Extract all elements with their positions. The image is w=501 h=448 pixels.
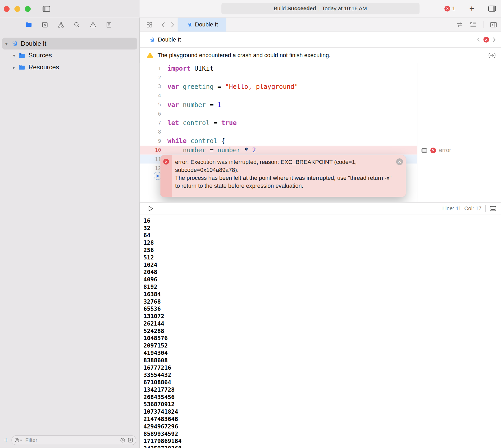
tree-item-resources[interactable]: ▸ Resources xyxy=(2,61,137,73)
add-button[interactable]: + xyxy=(469,4,474,13)
jump-bar[interactable]: Double It ✕ xyxy=(140,32,501,48)
console-value: 2048 xyxy=(143,268,501,276)
console-value: 256 xyxy=(143,246,501,254)
console-value: 536870912 xyxy=(143,401,501,408)
project-tree: ▾ Double It ▾ Sources ▸ xyxy=(0,32,139,73)
code-line[interactable]: 4 xyxy=(140,91,417,100)
console-value: 134217728 xyxy=(143,386,501,393)
tree-item-label: Sources xyxy=(29,52,52,59)
tree-item-label: Double It xyxy=(21,40,47,47)
tab-bar: Double It xyxy=(140,17,501,32)
popup-paragraph: error: Execution was interrupted, reason… xyxy=(175,158,392,174)
console-value: 8192 xyxy=(143,283,501,290)
next-issue-button[interactable] xyxy=(493,37,496,42)
hierarchy-navigator-icon[interactable] xyxy=(57,21,64,28)
tab-overview-icon[interactable] xyxy=(146,21,153,28)
filter-field[interactable] xyxy=(12,435,136,445)
filter-input[interactable] xyxy=(25,437,118,444)
code-line[interactable]: 5var number = 1 xyxy=(140,100,417,109)
code-line[interactable]: 10 number = number * 2 xyxy=(140,145,417,154)
titlebar-sidebar-section xyxy=(0,0,140,17)
swift-icon xyxy=(11,40,18,47)
debug-bar: Line: 11 Col: 17 xyxy=(140,202,501,215)
popup-message: error: Execution was interrupted, reason… xyxy=(172,155,406,197)
console-output[interactable]: 1632641282565121024204840968192163843276… xyxy=(140,215,501,448)
chevron-down-icon[interactable]: ▾ xyxy=(10,53,18,58)
toggle-right-panel-icon[interactable] xyxy=(488,6,496,12)
log-navigator-icon[interactable] xyxy=(106,21,112,28)
add-item-button[interactable]: + xyxy=(4,436,8,444)
console-value: 4294967296 xyxy=(143,423,501,430)
search-navigator-icon[interactable] xyxy=(74,21,80,28)
forward-button[interactable] xyxy=(171,22,174,28)
toggle-sidebar-icon[interactable] xyxy=(43,6,50,12)
code-line[interactable]: 6 xyxy=(140,109,417,118)
console-value: 65536 xyxy=(143,305,501,313)
status-separator: | xyxy=(318,6,320,12)
console-pane-icon[interactable] xyxy=(490,206,497,212)
popup-close-icon[interactable]: ✕ xyxy=(396,158,403,165)
chevron-down-icon[interactable]: ▾ xyxy=(2,41,10,46)
playground-results-pane: ✕ error xyxy=(417,63,501,202)
tree-item-sources[interactable]: ▾ Sources xyxy=(2,49,137,61)
xcode-window: Build Succeeded | Today at 10:16 AM ✕ 1 … xyxy=(0,0,501,448)
console-value: 33554432 xyxy=(143,371,501,379)
warning-icon xyxy=(146,52,154,59)
code-text: let control = true xyxy=(167,119,237,127)
back-button[interactable] xyxy=(161,22,165,28)
jump-to-crash-icon[interactable] xyxy=(488,51,496,59)
editor-options-icon[interactable] xyxy=(470,22,477,28)
folder-icon xyxy=(18,63,26,71)
console-value: 32 xyxy=(143,224,501,232)
console-value: 17179869184 xyxy=(143,437,501,445)
error-count-indicator[interactable]: ✕ 1 xyxy=(445,6,455,12)
console-value: 131072 xyxy=(143,312,501,320)
inline-result-row[interactable]: ✕ error xyxy=(417,146,501,155)
popup-paragraph: The process has been left at the point w… xyxy=(175,174,392,190)
code-line[interactable]: 1import UIKit xyxy=(140,64,417,73)
console-value: 16777216 xyxy=(143,364,501,371)
line-number: 10 xyxy=(140,147,161,153)
close-window-button[interactable] xyxy=(4,6,10,12)
code-text: var number = 1 xyxy=(167,101,221,108)
warning-message: The playground encountered a crash and c… xyxy=(157,52,330,58)
activity-status[interactable]: Build Succeeded | Today at 10:16 AM xyxy=(221,3,419,14)
code-line[interactable]: 3var greeting = "Hello, playground" xyxy=(140,82,417,91)
swap-editors-icon[interactable] xyxy=(456,22,463,28)
sidebar-filter-bar: + xyxy=(0,435,139,448)
line-number: 1 xyxy=(140,65,161,71)
line-number: 11 xyxy=(140,156,161,162)
tree-item-double-it[interactable]: ▾ Double It xyxy=(2,38,137,50)
boxed-plus-icon[interactable] xyxy=(127,437,133,443)
zoom-window-button[interactable] xyxy=(25,6,31,12)
clock-icon[interactable] xyxy=(120,437,126,443)
jumpbar-file-label: Double It xyxy=(158,36,181,43)
issue-error-icon[interactable]: ✕ xyxy=(484,37,489,43)
titlebar: Build Succeeded | Today at 10:16 AM ✕ 1 … xyxy=(0,0,501,17)
filter-scope-icon[interactable] xyxy=(14,438,22,443)
symbol-navigator-icon[interactable] xyxy=(42,21,48,28)
popup-error-icon: ✕ xyxy=(163,159,169,164)
source-editor[interactable]: 1import UIKit23var greeting = "Hello, pl… xyxy=(140,63,501,202)
code-line[interactable]: 7let control = true xyxy=(140,118,417,127)
add-editor-icon[interactable] xyxy=(490,22,497,28)
show-result-icon[interactable] xyxy=(421,148,427,153)
issue-navigator-icon[interactable] xyxy=(89,21,97,28)
result-error-label: error xyxy=(439,147,451,154)
chevron-right-icon[interactable]: ▸ xyxy=(10,65,18,70)
navigator-tab-icons xyxy=(0,17,139,31)
tab-double-it[interactable]: Double It xyxy=(178,17,226,31)
code-line[interactable]: 2 xyxy=(140,73,417,82)
execute-playground-icon[interactable] xyxy=(148,205,154,212)
console-value: 512 xyxy=(143,254,501,261)
line-number: 7 xyxy=(140,120,161,126)
swift-icon xyxy=(148,36,154,43)
console-value: 1024 xyxy=(143,261,501,268)
minimize-window-button[interactable] xyxy=(14,6,20,12)
error-count: 1 xyxy=(452,6,455,12)
project-navigator-icon[interactable] xyxy=(25,21,32,28)
code-line[interactable]: 9while control { xyxy=(140,136,417,145)
console-value: 8388608 xyxy=(143,356,501,364)
code-line[interactable]: 8 xyxy=(140,127,417,136)
previous-issue-button[interactable] xyxy=(477,37,480,42)
